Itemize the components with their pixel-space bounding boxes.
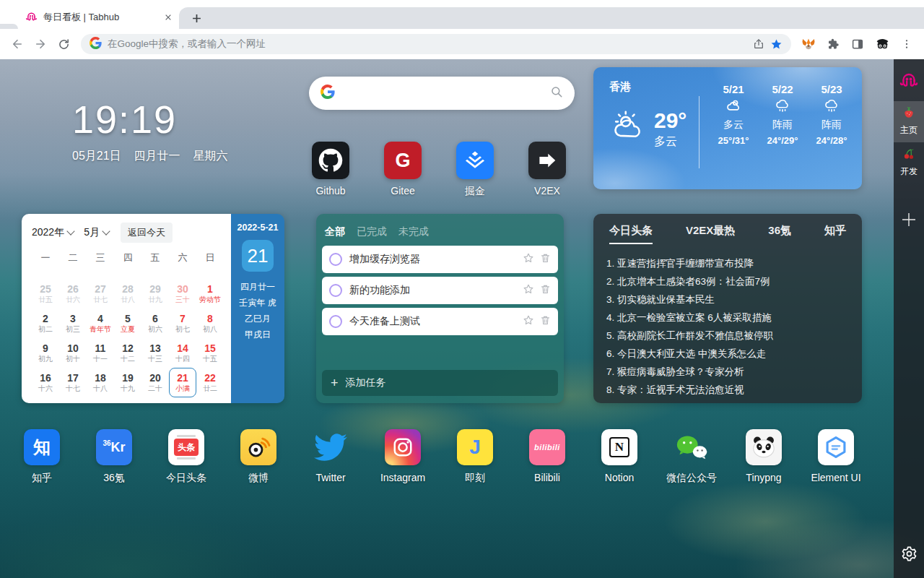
dock-item-zhihu[interactable]: 知 知乎: [6, 429, 78, 485]
todo-item[interactable]: 新的功能添加: [322, 277, 558, 304]
calendar-day[interactable]: 30三十: [169, 279, 196, 309]
trash-icon[interactable]: [540, 283, 551, 298]
news-item[interactable]: 7. 猴痘病毒威胁全球？专家分析: [606, 363, 849, 381]
calendar-day[interactable]: 6初六: [141, 309, 169, 338]
quick-link-v2ex[interactable]: V2EX: [511, 142, 583, 198]
news-item[interactable]: 4. 北京一检验室被立案 6人被采取措施: [606, 309, 849, 327]
news-item[interactable]: 5. 高校副院长工作群发不雅信息被停职: [606, 327, 849, 345]
calendar-day[interactable]: 14十四: [169, 338, 196, 368]
dock-item-notion[interactable]: N Notion: [583, 429, 655, 485]
forward-button[interactable]: [30, 34, 51, 54]
calendar-day[interactable]: 9初九: [32, 338, 59, 368]
todo-item[interactable]: 今天准备上测试: [322, 308, 558, 335]
news-tab-toutiao[interactable]: 今日头条: [609, 224, 653, 244]
calendar-day[interactable]: 29廿九: [141, 279, 169, 309]
wechat-bubbles-icon: [674, 429, 710, 465]
google-search-bar[interactable]: [309, 77, 575, 110]
dock-item-wechat-mp[interactable]: 微信公众号: [655, 429, 728, 485]
quick-link-github[interactable]: Github: [295, 142, 367, 198]
star-icon[interactable]: [523, 283, 534, 298]
todo-item[interactable]: 增加缓存浏览器: [322, 246, 558, 273]
news-tab-v2ex[interactable]: V2EX最热: [686, 224, 735, 244]
calendar-day[interactable]: 22廿二: [196, 368, 224, 397]
calendar-day[interactable]: 15十五: [196, 338, 224, 368]
calendar-day[interactable]: 11十一: [87, 338, 114, 368]
trash-icon[interactable]: [540, 314, 551, 329]
todo-checkbox[interactable]: [329, 284, 342, 297]
weather-widget[interactable]: 香港 29° 多云 5/21: [593, 67, 862, 189]
address-bar[interactable]: 在Google中搜索，或者输入一个网址: [81, 34, 791, 54]
news-item[interactable]: 3. 切实稳就业保基本民生: [606, 290, 849, 309]
dock-item-toutiao[interactable]: 头条 今日头条: [150, 429, 222, 485]
news-tab-36kr[interactable]: 36氪: [768, 224, 791, 244]
dock-item-36kr[interactable]: 36Kr 36氪: [78, 429, 150, 485]
browser-tab[interactable]: 每日看板 | Tabhub: [18, 6, 179, 29]
calendar-day[interactable]: 27廿七: [87, 279, 114, 309]
calendar-day[interactable]: 10初十: [59, 338, 87, 368]
star-icon[interactable]: [523, 314, 534, 329]
menu-dots-icon[interactable]: [897, 34, 917, 54]
dock-item-weibo[interactable]: 微博: [222, 429, 295, 485]
search-magnifier-icon[interactable]: [550, 85, 563, 101]
add-group-button[interactable]: [900, 211, 918, 231]
weekday-label: 五: [141, 251, 169, 270]
quick-link-gitee[interactable]: G Gitee: [367, 142, 439, 198]
dock-item-twitter[interactable]: Twitter: [295, 429, 367, 485]
calendar-day[interactable]: 17十七: [59, 368, 87, 397]
calendar-day-selected[interactable]: 21小满: [169, 368, 196, 397]
sidebar-item-home[interactable]: 主页: [894, 101, 924, 142]
calendar-day[interactable]: 13十三: [141, 338, 169, 368]
calendar-day[interactable]: 7初七: [169, 309, 196, 338]
news-item[interactable]: 6. 今日澳大利亚大选 中澳关系怎么走: [606, 345, 849, 363]
dock-item-jike[interactable]: J 即刻: [439, 429, 511, 485]
calendar-day[interactable]: 8初八: [196, 309, 224, 338]
calendar-day[interactable]: 28廿八: [114, 279, 141, 309]
cherry-icon: [902, 147, 915, 163]
add-task-button[interactable]: + 添加任务: [322, 370, 558, 396]
new-tab-button[interactable]: [188, 9, 205, 27]
tab-close-icon[interactable]: [165, 14, 172, 21]
extensions-puzzle-icon[interactable]: [823, 34, 843, 54]
month-select[interactable]: 5月: [84, 226, 109, 239]
news-item[interactable]: 2. 北京增本土感染者63例：社会面7例: [606, 272, 849, 290]
todo-tab-undone[interactable]: 未完成: [398, 225, 429, 238]
calendar-day[interactable]: 20二十: [141, 368, 169, 397]
calendar-day[interactable]: 19十九: [114, 368, 141, 397]
calendar-day[interactable]: 2初二: [32, 309, 59, 338]
metamask-icon[interactable]: [798, 34, 819, 54]
calendar-day[interactable]: 5立夏: [114, 309, 141, 338]
dock-item-instagram[interactable]: Instagram: [367, 429, 439, 485]
calendar-day[interactable]: 25廿五: [32, 279, 59, 309]
calendar-day[interactable]: 3初三: [59, 309, 87, 338]
quick-link-juejin[interactable]: 掘金: [439, 142, 511, 198]
side-panel-icon[interactable]: [847, 34, 868, 54]
dock-item-bilibili[interactable]: bilibili Bilibili: [511, 429, 583, 485]
dock-item-element-ui[interactable]: Element UI: [800, 429, 872, 485]
bookmark-star-icon[interactable]: [770, 38, 783, 51]
todo-checkbox[interactable]: [329, 315, 342, 328]
calendar-day[interactable]: 4青年节: [87, 309, 114, 338]
sidebar-item-dev[interactable]: 开发: [894, 142, 924, 184]
calendar-day[interactable]: 18十八: [87, 368, 114, 397]
news-tab-zhihu[interactable]: 知乎: [824, 224, 846, 244]
back-button[interactable]: [7, 34, 27, 54]
news-item[interactable]: 8. 专家：近视手术无法治愈近视: [606, 381, 849, 399]
year-select[interactable]: 2022年: [32, 226, 74, 239]
settings-gear-icon[interactable]: [901, 545, 918, 565]
star-icon[interactable]: [523, 252, 534, 267]
calendar-day[interactable]: 26廿六: [59, 279, 87, 309]
todo-checkbox[interactable]: [329, 253, 342, 266]
back-to-today-button[interactable]: 返回今天: [121, 223, 173, 243]
share-icon[interactable]: [753, 38, 764, 50]
calendar-day-grid: 25廿五 26廿六 27廿七 28廿八 29廿九 30三十 1劳动节 2初二 3…: [32, 279, 224, 397]
news-item[interactable]: 1. 亚速营指挥官手缠绷带宣布投降: [606, 254, 849, 272]
dock-item-tinypng[interactable]: Tinypng: [728, 429, 800, 485]
trash-icon[interactable]: [540, 252, 551, 267]
calendar-day[interactable]: 1劳动节: [196, 279, 224, 309]
darkreader-icon[interactable]: [872, 34, 892, 54]
reload-button[interactable]: [53, 34, 74, 54]
calendar-day[interactable]: 16十六: [32, 368, 59, 397]
todo-tab-all[interactable]: 全部: [325, 225, 345, 238]
calendar-day[interactable]: 12十二: [114, 338, 141, 368]
todo-tab-done[interactable]: 已完成: [357, 225, 387, 238]
